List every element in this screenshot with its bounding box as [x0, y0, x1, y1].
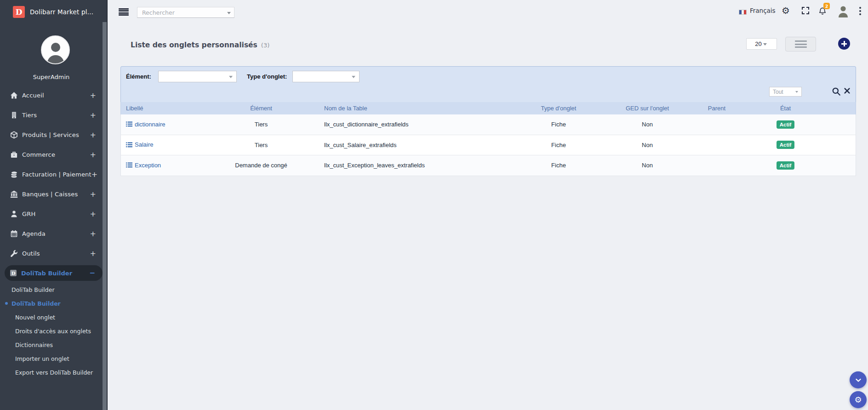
chevron-down-icon [229, 76, 233, 78]
submenu-item-importer-un-onglet[interactable]: Importer un onglet [0, 352, 103, 365]
submenu-item-nouvel-onglet[interactable]: Nouvel onglet [0, 310, 103, 324]
submenu-item-label: Droits d'accès aux onglets [15, 328, 91, 335]
column-header-nom-de-la-table[interactable]: Nom de la Table [319, 105, 502, 112]
submenu-item-dolitab-builder[interactable]: DoliTab Builder [0, 283, 103, 296]
column-header-ged-sur-l-onglet[interactable]: GED sur l'onglet [616, 105, 679, 112]
search-icon[interactable] [832, 87, 841, 96]
sidebar: D Dolibarr Market pl... SuperAdmin Accue… [0, 0, 103, 410]
expand-icon[interactable]: + [90, 131, 96, 139]
tab-link-dictionnaire[interactable]: dictionnaire [126, 121, 166, 128]
quick-settings-button[interactable]: ⚙ [850, 391, 867, 408]
sidebar-item-label: Facturation | Paiement [22, 171, 91, 178]
person-silhouette-icon [44, 40, 68, 63]
add-new-button[interactable] [838, 38, 850, 50]
expand-icon[interactable]: + [90, 151, 96, 159]
column-header-type-d-onglet[interactable]: Type d'onglet [502, 105, 616, 112]
status-badge[interactable]: Actif [777, 161, 795, 170]
submenu-item-dolitab-builder[interactable]: DoliTab Builder [0, 296, 103, 310]
global-search-select[interactable] [137, 7, 234, 18]
expand-icon[interactable]: + [90, 250, 96, 257]
tab-link-exception[interactable]: Exception [126, 162, 161, 169]
language-selector[interactable]: Français [750, 7, 776, 14]
submenu-item-export-vers-dolitab-builder[interactable]: Export vers DoliTab Builder [0, 365, 103, 379]
search-input[interactable] [137, 7, 234, 17]
list-icon [126, 162, 132, 168]
status-badge[interactable]: Actif [777, 120, 795, 129]
submenu-item-label: DoliTab Builder [11, 300, 61, 307]
element-filter-select[interactable] [158, 71, 237, 82]
type-filter-select[interactable] [292, 71, 360, 82]
cell-element: Tiers [204, 142, 319, 148]
column-header-tat[interactable]: État [754, 105, 817, 112]
expand-icon[interactable]: + [91, 171, 97, 178]
page-title: Liste des onglets personnalisés(3) [131, 41, 269, 49]
expand-icon[interactable]: + [90, 92, 96, 99]
tab-label: Salaire [135, 141, 153, 148]
fullscreen-icon[interactable] [802, 7, 809, 14]
sidebar-item-label: Agenda [22, 230, 46, 237]
sidebar-scrollbar-thumb[interactable] [103, 22, 107, 410]
sidebar-item-dolitab-builder[interactable]: D DoliTab Builder − [5, 265, 103, 281]
sidebar-item-label: Produits | Services [22, 131, 79, 138]
french-flag-icon[interactable] [739, 10, 747, 15]
column-header-libell[interactable]: Libellé [121, 105, 204, 112]
person-icon [10, 210, 18, 218]
table-row: dictionnaireTiersllx_cust_dictionnaire_e… [120, 114, 856, 135]
sidebar-nav: Accueil+Tiers+Produits | Services+Commer… [0, 85, 103, 263]
sidebar-item-produits-services[interactable]: Produits | Services+ [0, 125, 103, 145]
notification-count-badge[interactable]: 2 [823, 3, 830, 9]
expand-icon[interactable]: + [90, 112, 96, 119]
table-row: ExceptionDemande de congéllx_cust_Except… [120, 155, 856, 176]
menu-toggle-icon[interactable] [119, 8, 129, 16]
chevron-down-icon [352, 76, 355, 78]
page-size-select[interactable]: 20 [746, 38, 777, 50]
chevron-down-icon [763, 43, 767, 46]
list-icon [126, 142, 132, 148]
brand[interactable]: D Dolibarr Market pl... [0, 0, 103, 24]
status-badge[interactable]: Actif [777, 141, 795, 149]
user-avatar-large[interactable] [41, 35, 70, 64]
sidebar-item-label: GRH [22, 211, 35, 217]
expand-icon[interactable]: + [90, 230, 96, 238]
active-bullet-icon [5, 302, 8, 305]
chevron-down-icon [227, 12, 231, 14]
sidebar-item-label: Accueil [22, 92, 44, 99]
filter-bar: Élément: Type d'onglet: Tout [120, 66, 856, 102]
submenu-item-dictionnaires[interactable]: Dictionnaires [0, 338, 103, 352]
table-body: dictionnaireTiersllx_cust_dictionnaire_e… [120, 114, 856, 176]
briefcase-icon [10, 151, 18, 159]
clear-filter-icon[interactable] [844, 87, 852, 96]
sidebar-item-grh[interactable]: GRH+ [0, 204, 103, 224]
calendar-icon [10, 230, 18, 238]
user-avatar-small[interactable] [837, 5, 850, 17]
submenu-item-label: Export vers DoliTab Builder [15, 369, 93, 376]
sidebar-item-accueil[interactable]: Accueil+ [0, 85, 103, 105]
scroll-down-button[interactable] [850, 371, 867, 388]
bank-icon [10, 190, 18, 198]
expand-icon[interactable]: + [90, 211, 96, 218]
table-header-row: LibelléÉlémentNom de la TableType d'ongl… [120, 102, 856, 114]
cell-type: Fiche [502, 121, 616, 128]
quick-filter-select[interactable]: Tout [769, 87, 802, 97]
submenu-item-label: Importer un onglet [15, 355, 69, 362]
column-header-parent[interactable]: Parent [679, 105, 754, 112]
home-icon [10, 91, 18, 99]
collapse-icon[interactable]: − [89, 269, 95, 277]
submenu-item-droits-d-acc-s-aux-onglets[interactable]: Droits d'accès aux onglets [0, 324, 103, 338]
column-header-l-ment[interactable]: Élément [204, 105, 319, 112]
sidebar-item-banques-caisses[interactable]: Banques | Caisses+ [0, 184, 103, 204]
expand-icon[interactable]: + [90, 191, 96, 198]
sidebar-item-label: Banques | Caisses [22, 191, 78, 198]
kebab-menu-icon[interactable] [859, 7, 861, 15]
sidebar-item-outils[interactable]: Outils+ [0, 244, 103, 263]
sidebar-item-facturation-paiement[interactable]: Facturation | Paiement+ [0, 165, 103, 184]
sidebar-item-tiers[interactable]: Tiers+ [0, 105, 103, 125]
view-list-button[interactable] [785, 37, 816, 51]
tab-label: Exception [135, 162, 161, 169]
tab-link-salaire[interactable]: Salaire [126, 141, 153, 148]
sidebar-item-agenda[interactable]: Agenda+ [0, 224, 103, 244]
cell-element: Demande de congé [204, 162, 319, 169]
sidebar-item-commerce[interactable]: Commerce+ [0, 145, 103, 165]
cell-table-name: llx_cust_Exception_leaves_extrafields [319, 162, 502, 169]
settings-icon[interactable]: ⚙ [782, 4, 790, 17]
